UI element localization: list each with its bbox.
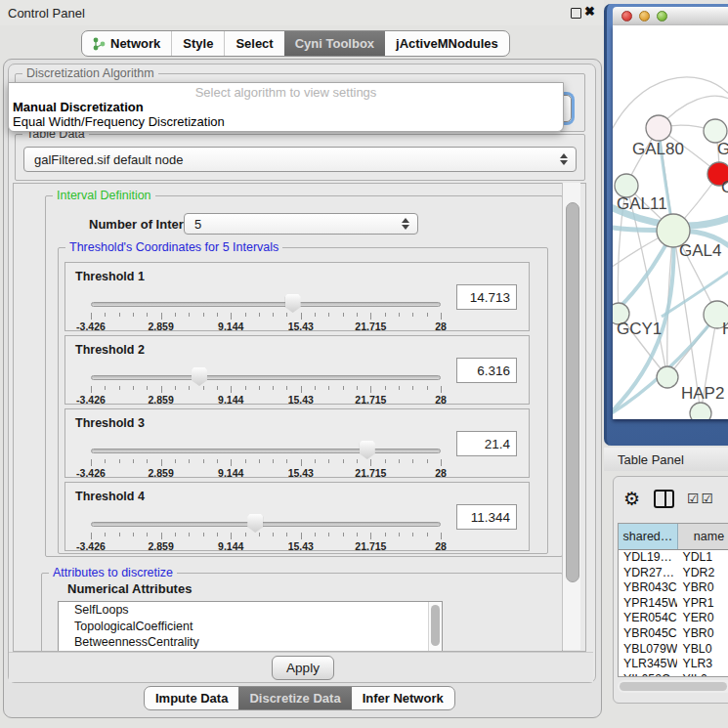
threshold-panel: Threshold 4 -3.4262.8599.14415.4321.7152… [64,482,530,551]
slider-track[interactable] [91,375,441,380]
node-table[interactable]: shared… name YDL19…YDL1YDR27…YDR2YBR043C… [618,523,728,677]
tab-label: Discretize Data [249,691,340,706]
split-columns-icon[interactable] [654,490,674,508]
cell-shared-name: YBR045C [619,626,677,642]
viewport-scrollbar[interactable] [562,183,580,650]
discretization-algorithm-title: Discretization Algorithm [22,66,158,80]
network-node[interactable] [657,366,678,388]
table-row[interactable]: YBL079WYBL0 [619,642,728,658]
attributes-group-title: Attributes to discretize [49,566,177,579]
slider-track[interactable] [91,302,441,307]
threshold-value-field[interactable]: 21.4 [456,431,517,456]
threshold-slider[interactable]: -3.4262.8599.14415.4321.71528 [91,445,441,478]
tab-label: Network [110,36,160,51]
viewport-scrollbar-thumb[interactable] [566,202,579,582]
threshold-value-field[interactable]: 11.344 [456,504,517,530]
slider-thumb-icon[interactable] [247,514,263,533]
table-row[interactable]: YIL052CYIL0 [619,672,728,677]
attribute-item[interactable]: TopologicalCoefficient [59,619,442,635]
cell-shared-name: YIL052C [619,672,677,677]
network-window-titlebar [613,7,728,25]
slider-track[interactable] [91,449,441,453]
cell-name: YLR3 [677,657,728,672]
numerical-attributes-label: Numerical Attributes [67,581,192,596]
tab-select[interactable]: Select [224,31,283,56]
network-graph: GAL80GACGAL11GAL4GCY1HHAP2 [613,25,728,419]
table-data-combo-value: galFiltered.sif default node [34,152,183,167]
checkbox-checked-icon[interactable]: ☑ [687,491,700,506]
slider-thumb-icon[interactable] [360,441,375,459]
number-of-intervals-spinner[interactable]: 5 [184,213,418,235]
column-header-name[interactable]: name [678,524,728,549]
network-node-label: C [721,178,728,196]
number-of-intervals-value: 5 [194,217,201,232]
gear-icon[interactable]: ⚙ [623,488,640,510]
table-row[interactable]: YPR145WYPR1 [619,596,728,612]
threshold-slider[interactable]: -3.4262.8599.14415.4321.71528 [91,371,441,405]
attribute-item[interactable]: SelfLoops [59,602,442,619]
table-row[interactable]: YDR27…YDR2 [619,566,728,581]
thresholds-group-title: Threshold's Coordinates for 5 Intervals [65,240,282,254]
table-row[interactable]: YER054CYER0 [619,611,728,626]
thresholds-group: Threshold's Coordinates for 5 Intervals … [58,247,548,554]
table-data-group: Table Data galFiltered.sif default node [15,134,585,181]
zoom-traffic-light-icon[interactable] [657,11,667,21]
tab-label: Style [183,36,213,51]
attribute-item[interactable]: BetweennessCentrality [59,634,442,651]
table-row[interactable]: YBR043CYBR0 [619,580,728,596]
slider-thumb-icon[interactable] [285,294,301,313]
network-canvas[interactable]: GAL80GACGAL11GAL4GCY1HHAP2 [613,25,728,419]
algorithm-option[interactable]: Equal Width/Frequency Discretization [9,114,563,129]
threshold-value-field[interactable]: 14.713 [456,284,517,310]
interval-definition-group: Interval Definition Number of Intervals … [45,195,563,557]
numerical-attributes-list[interactable]: SelfLoopsTopologicalCoefficientBetweenne… [58,601,443,652]
threshold-label: Threshold 1 [75,270,145,283]
updown-arrows-icon [560,152,568,166]
table-panel: ⚙ ☑ ☑ shared… name YDL19…YDL1YDR27…YDR2Y… [613,476,728,704]
threshold-slider[interactable]: -3.4262.8599.14415.4321.71528 [91,298,441,331]
table-data-combo[interactable]: galFiltered.sif default node [23,147,577,172]
table-row[interactable]: YDL19…YDL1 [619,550,728,566]
tab-jactivemnodules[interactable]: jActiveMNodules [385,31,509,56]
apply-button[interactable]: Apply [272,656,334,680]
cell-name: YDR2 [677,566,728,581]
float-panel-icon[interactable] [571,8,581,19]
network-view-window[interactable]: GAL80GACGAL11GAL4GCY1HHAP2 [604,4,728,446]
tab-infer-network[interactable]: Infer Network [352,687,454,709]
tab-style[interactable]: Style [171,31,224,56]
tab-network[interactable]: Network [82,31,171,56]
table-hscrollbar-thumb[interactable] [620,682,727,691]
network-node[interactable] [646,115,671,141]
tab-cyni-toolbox[interactable]: Cyni Toolbox [284,31,385,56]
threshold-label: Threshold 3 [75,416,145,430]
network-node-label: GAL80 [632,140,684,158]
table-row[interactable]: YBR045CYBR0 [619,626,728,642]
slider-track[interactable] [91,522,441,527]
close-traffic-light-icon[interactable] [621,11,632,21]
tab-impute-data[interactable]: Impute Data [145,687,238,709]
network-node-label: H [722,320,728,338]
slider-ticks [91,533,441,540]
table-row[interactable]: YLR345WYLR3 [619,657,728,672]
slider-ticks [91,386,441,394]
attributes-scrollbar[interactable] [428,602,442,651]
checkbox-checked-icon[interactable]: ☑ [702,491,714,506]
attributes-scrollbar-thumb[interactable] [431,605,440,646]
cell-shared-name: YLR345W [619,657,677,672]
minimize-traffic-light-icon[interactable] [639,11,650,21]
threshold-panel: Threshold 2 -3.4262.8599.14415.4321.7152… [64,335,530,405]
network-node[interactable] [690,403,711,419]
cell-shared-name: YDR27… [619,566,677,581]
cell-name: YDL1 [677,550,728,566]
table-horizontal-scrollbar[interactable] [618,680,728,693]
slider-thumb-icon[interactable] [192,367,207,386]
threshold-value-field[interactable]: 6.316 [456,358,517,383]
network-node-label: GCY1 [617,320,662,338]
threshold-slider[interactable]: -3.4262.8599.14415.4321.71528 [91,518,441,551]
algorithm-option[interactable]: Manual Discretization [9,100,563,114]
close-panel-icon[interactable]: ✖ [584,4,595,19]
tab-discretize-data[interactable]: Discretize Data [238,687,351,709]
cell-name: YIL0 [677,672,728,677]
tab-label: Infer Network [363,691,444,706]
column-header-shared-name[interactable]: shared… [619,524,678,549]
